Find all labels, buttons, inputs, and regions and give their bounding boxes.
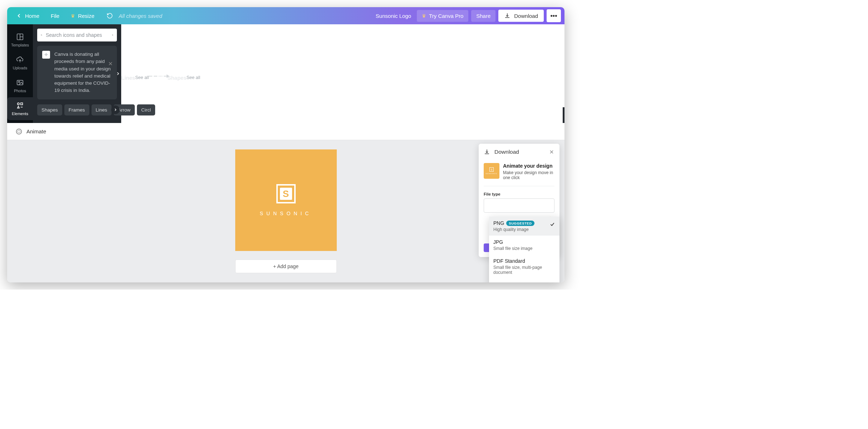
undo-icon[interactable] bbox=[107, 13, 113, 19]
notice-text: Canva is donating all proceeds from any … bbox=[54, 51, 112, 94]
close-icon[interactable] bbox=[549, 149, 554, 155]
file-menu[interactable]: File bbox=[46, 10, 64, 22]
chevron-left-icon bbox=[16, 13, 22, 19]
close-icon[interactable] bbox=[108, 61, 113, 66]
filetype-option-jpg[interactable]: JPG Small file size image bbox=[489, 236, 559, 255]
photos-icon bbox=[16, 79, 24, 87]
svg-line-13 bbox=[42, 35, 42, 36]
rail-photos[interactable]: Photos bbox=[7, 74, 33, 97]
elements-icon bbox=[16, 102, 24, 109]
filter-icon[interactable] bbox=[112, 31, 113, 39]
design-page[interactable]: S SUNSONIC bbox=[235, 149, 337, 251]
resize-button[interactable]: ♛ Resize bbox=[66, 10, 99, 22]
tag-frames[interactable]: Frames bbox=[64, 104, 89, 115]
chevron-left-icon bbox=[564, 117, 564, 119]
logo-wordmark: SUNSONIC bbox=[260, 211, 312, 216]
rail-elements[interactable]: Elements bbox=[7, 97, 33, 120]
promo-subtitle: Make your design move in one click bbox=[503, 170, 554, 180]
download-icon bbox=[484, 149, 490, 155]
add-page-button[interactable]: + Add page bbox=[235, 260, 337, 273]
download-icon bbox=[504, 13, 511, 19]
logo-frame: S bbox=[276, 184, 296, 203]
svg-point-35 bbox=[16, 129, 22, 134]
logo-letter: S bbox=[280, 188, 292, 200]
file-type-label: File type bbox=[484, 192, 554, 196]
line-solid[interactable] bbox=[149, 76, 152, 77]
svg-marker-7 bbox=[18, 106, 20, 108]
elements-panel: ✚ Canva is donating all proceeds from an… bbox=[33, 24, 121, 123]
canvas-toolbar: Animate bbox=[7, 123, 564, 140]
save-status: All changes saved bbox=[119, 13, 162, 19]
file-type-dropdown: PNG SUGGESTED High quality image JPG Sma… bbox=[489, 217, 559, 282]
promo-thumbnail: S SUNSONIC bbox=[484, 163, 499, 179]
filetype-option-png[interactable]: PNG SUGGESTED High quality image bbox=[489, 217, 559, 236]
rail-templates[interactable]: Templates bbox=[7, 29, 33, 51]
tag-lines[interactable]: Lines bbox=[92, 104, 112, 115]
search-icon bbox=[41, 31, 42, 39]
lines-heading: Lines bbox=[121, 75, 135, 81]
crown-icon: ♛ bbox=[71, 13, 75, 19]
tag-circle[interactable]: Circl bbox=[137, 104, 155, 115]
home-button[interactable]: Home bbox=[11, 10, 44, 22]
shapes-heading: Shapes bbox=[167, 75, 186, 81]
animate-icon bbox=[15, 128, 23, 135]
svg-point-17 bbox=[113, 35, 113, 35]
chevron-right-icon bbox=[115, 71, 120, 76]
search-field[interactable] bbox=[37, 29, 117, 41]
lines-see-all[interactable]: See all bbox=[135, 75, 149, 80]
share-button[interactable]: Share bbox=[471, 10, 495, 22]
search-input[interactable] bbox=[46, 32, 108, 38]
top-toolbar: Home File ♛ Resize All changes saved Sun… bbox=[7, 7, 564, 24]
animate-promo[interactable]: S SUNSONIC Animate your design Make your… bbox=[484, 159, 554, 186]
try-pro-button[interactable]: ♛ Try Canva Pro bbox=[417, 10, 468, 22]
crown-icon: ♛ bbox=[422, 13, 426, 19]
tag-shapes[interactable]: Shapes bbox=[37, 104, 62, 115]
line-dotted[interactable] bbox=[159, 76, 162, 77]
download-button[interactable]: Download bbox=[498, 10, 544, 22]
uploads-icon bbox=[16, 56, 24, 64]
svg-point-12 bbox=[41, 35, 42, 35]
tool-rail: Templates Uploads Photos Elements Text A… bbox=[7, 24, 33, 123]
suggested-badge: SUGGESTED bbox=[506, 221, 534, 226]
shapes-see-all[interactable]: See all bbox=[187, 75, 200, 80]
tags-scroll-right[interactable] bbox=[111, 105, 120, 114]
svg-point-16 bbox=[112, 35, 113, 35]
svg-point-4 bbox=[18, 81, 20, 83]
svg-point-36 bbox=[18, 130, 20, 133]
svg-rect-6 bbox=[21, 103, 23, 105]
download-panel-title: Download bbox=[494, 149, 544, 155]
templates-icon bbox=[16, 33, 24, 41]
canvas-area: Animate S SUNSONIC + Add page Download bbox=[7, 123, 564, 282]
app-window: Home File ♛ Resize All changes saved Sun… bbox=[7, 7, 564, 282]
filetype-option-pdf-print[interactable]: PDF Print High quality, multi-page docum… bbox=[489, 278, 559, 282]
svg-rect-3 bbox=[17, 80, 23, 85]
more-menu-button[interactable]: ••• bbox=[547, 9, 561, 22]
chevron-right-icon bbox=[113, 108, 118, 112]
rail-uploads[interactable]: Uploads bbox=[7, 51, 33, 74]
check-icon bbox=[549, 221, 555, 227]
home-label: Home bbox=[25, 13, 39, 19]
svg-point-5 bbox=[18, 103, 20, 105]
medical-icon: ✚ bbox=[42, 51, 50, 59]
category-tags: Shapes Frames Lines Arrow Circl bbox=[37, 104, 117, 115]
promo-title: Animate your design bbox=[503, 163, 554, 169]
animate-button[interactable]: Animate bbox=[11, 125, 50, 138]
file-type-select[interactable] bbox=[484, 198, 554, 213]
line-arrow[interactable] bbox=[164, 76, 167, 77]
covid-notice: ✚ Canva is donating all proceeds from an… bbox=[37, 46, 117, 99]
filetype-option-pdf-standard[interactable]: PDF Standard Small file size, multi-page… bbox=[489, 255, 559, 278]
line-dashed[interactable] bbox=[154, 76, 157, 77]
featured-scroll-right[interactable] bbox=[113, 69, 123, 78]
document-title[interactable]: Sunsonic Logo bbox=[376, 13, 411, 19]
